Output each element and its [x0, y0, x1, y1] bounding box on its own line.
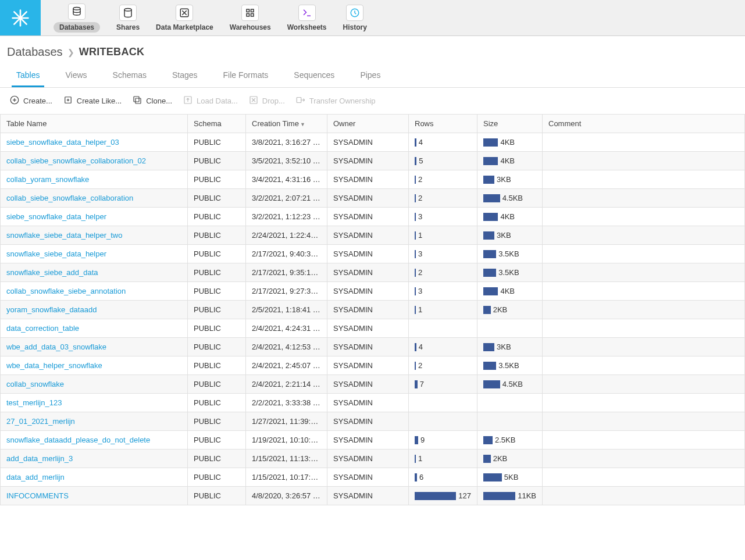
cell-rows: 2: [409, 263, 477, 282]
table-row[interactable]: 27_01_2021_merlijnPUBLIC1/27/2021, 11:39…: [1, 412, 745, 431]
create-button[interactable]: Create...: [9, 95, 52, 107]
table-row[interactable]: snowflake_dataadd_please_do_not_deletePU…: [1, 431, 745, 450]
table-row[interactable]: siebe_snowflake_data_helper_03PUBLIC3/8/…: [1, 133, 745, 152]
cell-owner: SYSADMIN: [327, 301, 409, 319]
nav-history[interactable]: History: [335, 2, 375, 34]
table-name-link[interactable]: collab_siebe_snowflake_collaboration_02: [6, 156, 146, 165]
size-bar: [483, 176, 494, 184]
snowflake-logo[interactable]: [0, 0, 41, 35]
size-bar: [483, 213, 498, 221]
table-name-link[interactable]: data_correction_table: [6, 324, 79, 333]
tab-views[interactable]: Views: [60, 65, 91, 87]
table-name-link[interactable]: data_add_merlijn: [6, 473, 65, 481]
tab-sequences[interactable]: Sequences: [289, 65, 339, 87]
table-row[interactable]: collab_snowflakePUBLIC2/4/2021, 2:21:14 …: [1, 375, 745, 394]
table-row[interactable]: snowflake_siebe_data_helperPUBLIC2/17/20…: [1, 245, 745, 263]
table-row[interactable]: yoram_snowflake_dataaddPUBLIC2/5/2021, 1…: [1, 301, 745, 319]
cell-schema: PUBLIC: [188, 450, 246, 468]
table-row[interactable]: test_merlijn_123PUBLIC2/2/2021, 3:33:38 …: [1, 394, 745, 412]
breadcrumb-current: WRITEBACK: [79, 46, 145, 58]
cell-ctime: 2/5/2021, 1:18:41 PM: [246, 301, 327, 319]
cell-size: 4KB: [477, 133, 543, 152]
table-row[interactable]: snowflake_siebe_add_dataPUBLIC2/17/2021,…: [1, 263, 745, 282]
table-row[interactable]: wbe_data_helper_snowflakePUBLIC2/4/2021,…: [1, 356, 745, 375]
table-name-link[interactable]: collab_yoram_snowflake: [6, 175, 89, 184]
col-header-comment[interactable]: Comment: [543, 115, 745, 133]
nav-databases[interactable]: Databases: [45, 1, 108, 35]
col-header-creation-time[interactable]: Creation Time▼: [246, 115, 327, 133]
cell-size: 4.5KB: [477, 375, 543, 394]
col-header-size[interactable]: Size: [477, 115, 543, 133]
size-bar: [483, 250, 496, 258]
rows-bar: [415, 176, 416, 184]
table-row[interactable]: INFOCOMMENTSPUBLIC4/8/2020, 3:26:57 …SYS…: [1, 487, 745, 505]
cell-schema: PUBLIC: [188, 133, 246, 152]
cell-comment: [543, 468, 745, 487]
table-name-link[interactable]: add_data_merlijn_3: [6, 454, 73, 463]
table-name-link[interactable]: wbe_data_helper_snowflake: [6, 361, 102, 370]
table-row[interactable]: collab_siebe_snowflake_collaborationPUBL…: [1, 189, 745, 208]
data-marketplace-icon: [176, 5, 193, 21]
table-name-link[interactable]: siebe_snowflake_data_helper_03: [6, 138, 119, 147]
tab-schemas[interactable]: Schemas: [108, 65, 151, 87]
cell-comment: [543, 245, 745, 263]
cell-ctime: 1/19/2021, 10:10:34 …: [246, 431, 327, 450]
table-name-link[interactable]: snowflake_siebe_data_helper_two: [6, 231, 122, 240]
table-row[interactable]: data_add_merlijnPUBLIC1/15/2021, 10:17:5…: [1, 468, 745, 487]
table-name-link[interactable]: collab_snowflake: [6, 380, 64, 388]
nav-shares[interactable]: Shares: [108, 2, 148, 34]
table-name-link[interactable]: collab_siebe_snowflake_collaboration: [6, 194, 133, 202]
nav-worksheets[interactable]: Worksheets: [279, 2, 335, 34]
cell-owner: SYSADMIN: [327, 245, 409, 263]
cell-schema: PUBLIC: [188, 152, 246, 170]
cell-size: 3.5KB: [477, 245, 543, 263]
tab-tables[interactable]: Tables: [12, 65, 44, 87]
breadcrumb: Databases ❯ WRITEBACK: [0, 36, 745, 65]
create-like-button[interactable]: Create Like...: [63, 95, 122, 107]
clone-button[interactable]: Clone...: [132, 95, 172, 107]
table-name-link[interactable]: collab_snowflake_siebe_annotation: [6, 287, 126, 295]
table-row[interactable]: siebe_snowflake_data_helperPUBLIC3/2/202…: [1, 208, 745, 226]
cell-schema: PUBLIC: [188, 189, 246, 208]
nav-data-marketplace[interactable]: Data Marketplace: [148, 2, 222, 34]
cell-comment: [543, 356, 745, 375]
table-row[interactable]: collab_yoram_snowflakePUBLIC3/4/2021, 4:…: [1, 170, 745, 189]
table-row[interactable]: wbe_add_data_03_snowflakePUBLIC2/4/2021,…: [1, 338, 745, 356]
table-name-link[interactable]: snowflake_siebe_add_data: [6, 268, 98, 277]
table-name-link[interactable]: INFOCOMMENTS: [6, 491, 69, 500]
tab-stages[interactable]: Stages: [167, 65, 202, 87]
tab-file-formats[interactable]: File Formats: [219, 65, 273, 87]
table-row[interactable]: collab_snowflake_siebe_annotationPUBLIC2…: [1, 282, 745, 301]
table-name-link[interactable]: yoram_snowflake_dataadd: [6, 305, 97, 314]
table-row[interactable]: collab_siebe_snowflake_collaboration_02P…: [1, 152, 745, 170]
table-name-link[interactable]: test_merlijn_123: [6, 398, 62, 407]
cell-comment: [543, 263, 745, 282]
table-row[interactable]: snowflake_siebe_data_helper_twoPUBLIC2/2…: [1, 226, 745, 245]
cell-size: 2KB: [477, 450, 543, 468]
warehouses-icon: [241, 5, 259, 21]
cell-rows: 3: [409, 245, 477, 263]
col-header-rows[interactable]: Rows: [409, 115, 477, 133]
table-row[interactable]: add_data_merlijn_3PUBLIC1/15/2021, 11:13…: [1, 450, 745, 468]
cell-rows: 5: [409, 152, 477, 170]
cell-owner: SYSADMIN: [327, 226, 409, 245]
table-name-link[interactable]: 27_01_2021_merlijn: [6, 417, 75, 426]
table-name-link[interactable]: snowflake_dataadd_please_do_not_delete: [6, 436, 150, 444]
table-header-row: Table NameSchemaCreation Time▼OwnerRowsS…: [1, 115, 745, 133]
table-row[interactable]: data_correction_tablePUBLIC2/4/2021, 4:2…: [1, 319, 745, 338]
cell-schema: PUBLIC: [188, 208, 246, 226]
size-bar: [483, 362, 496, 370]
breadcrumb-root[interactable]: Databases: [7, 45, 63, 59]
cell-owner: SYSADMIN: [327, 338, 409, 356]
col-header-owner[interactable]: Owner: [327, 115, 409, 133]
cell-comment: [543, 375, 745, 394]
col-header-schema[interactable]: Schema: [188, 115, 246, 133]
tab-pipes[interactable]: Pipes: [355, 65, 385, 87]
table-name-link[interactable]: siebe_snowflake_data_helper: [6, 212, 106, 221]
table-name-link[interactable]: snowflake_siebe_data_helper: [6, 249, 106, 258]
col-header-table-name[interactable]: Table Name: [1, 115, 188, 133]
cell-size: 11KB: [477, 487, 543, 505]
table-name-link[interactable]: wbe_add_data_03_snowflake: [6, 343, 106, 351]
nav-warehouses[interactable]: Warehouses: [222, 2, 279, 34]
svg-point-4: [73, 7, 80, 10]
